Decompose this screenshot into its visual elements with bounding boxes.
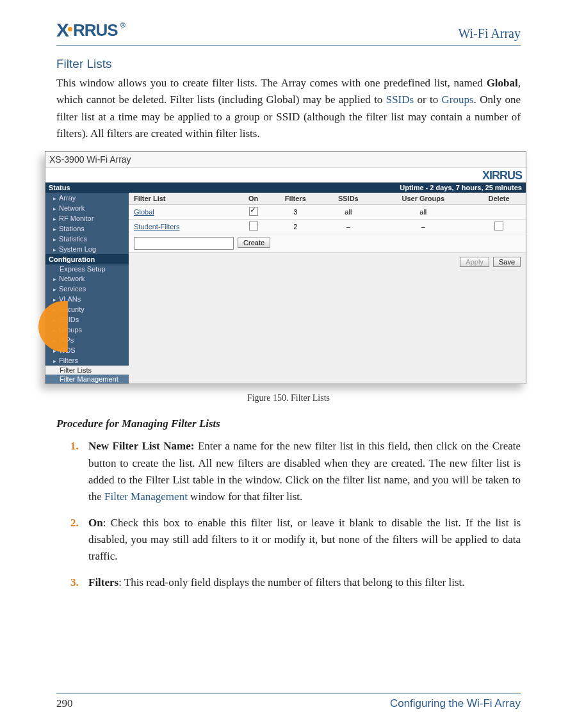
- window-title: XS-3900 Wi-Fi Array: [45, 152, 526, 167]
- cell-filters: 3: [268, 205, 322, 220]
- table-row: Global 3 all all: [129, 205, 526, 220]
- sidebar-item-system-log[interactable]: System Log: [45, 244, 129, 254]
- page-tab-marker: [38, 301, 68, 352]
- th-on: On: [238, 193, 269, 205]
- th-filters: Filters: [268, 193, 322, 205]
- filter-lists-screenshot: XS-3900 Wi-Fi Array XIRRUS Status Array …: [45, 151, 526, 384]
- sidebar-item-express-setup[interactable]: Express Setup: [45, 264, 129, 273]
- sidebar-config-header: Configuration: [45, 254, 129, 264]
- filter-list-link-student[interactable]: Student-Filters: [134, 223, 180, 231]
- cell-groups: –: [375, 220, 473, 234]
- sidebar-item-services[interactable]: Services: [45, 284, 129, 294]
- figure-caption: Figure 150. Filter Lists: [56, 393, 521, 403]
- sidebar-sub-filter-management[interactable]: Filter Management: [45, 375, 129, 384]
- page-header: XRRUS® Wi-Fi Array: [56, 19, 521, 45]
- screenshot-brand-logo: XIRRUS: [482, 169, 522, 182]
- create-button[interactable]: Create: [238, 238, 270, 248]
- step-2: 2. On: Check this box to enable this fil…: [70, 515, 521, 565]
- sidebar-sub-filter-lists[interactable]: Filter Lists: [45, 366, 129, 375]
- cell-ssids: all: [322, 205, 374, 220]
- cell-groups: all: [375, 205, 473, 220]
- sidebar-status-header: Status: [45, 182, 129, 193]
- footer-title: Configuring the Wi-Fi Array: [390, 697, 521, 710]
- cell-delete: [472, 205, 526, 220]
- sidebar-item-network2[interactable]: Network: [45, 273, 129, 284]
- table-row: Student-Filters 2 – –: [129, 220, 526, 234]
- sidebar-item-statistics[interactable]: Statistics: [45, 234, 129, 244]
- th-delete: Delete: [472, 193, 526, 205]
- new-filter-list-input[interactable]: [134, 237, 234, 250]
- page-footer: 290 Configuring the Wi-Fi Array: [56, 693, 521, 710]
- step-number: 2.: [70, 515, 88, 565]
- th-filter-list: Filter List: [129, 193, 238, 205]
- th-ssids: SSIDs: [322, 193, 374, 205]
- save-button[interactable]: Save: [493, 257, 521, 267]
- page-number: 290: [56, 697, 73, 710]
- step-1: 1. New Filter List Name: Enter a name fo…: [70, 438, 521, 505]
- sidebar: Status Array Network RF Monitor Stations…: [45, 182, 129, 384]
- delete-checkbox[interactable]: [494, 222, 503, 231]
- cell-filters: 2: [268, 220, 322, 234]
- procedure-heading: Procedure for Managing Filter Lists: [56, 417, 521, 430]
- ssids-link[interactable]: SSIDs: [386, 93, 414, 106]
- filter-list-link-global[interactable]: Global: [134, 208, 154, 216]
- groups-link[interactable]: Groups: [442, 93, 474, 106]
- step-number: 3.: [70, 574, 88, 591]
- filter-management-link[interactable]: Filter Management: [104, 490, 188, 503]
- filter-list-table: Filter List On Filters SSIDs User Groups…: [129, 193, 526, 234]
- sidebar-item-network[interactable]: Network: [45, 203, 129, 213]
- sidebar-item-filters[interactable]: Filters: [45, 355, 129, 366]
- step-3: 3. Filters: This read-only field display…: [70, 574, 521, 591]
- intro-paragraph: This window allows you to create filter …: [56, 75, 521, 142]
- sidebar-item-rf-monitor[interactable]: RF Monitor: [45, 213, 129, 223]
- sidebar-item-array[interactable]: Array: [45, 193, 129, 203]
- cell-ssids: –: [322, 220, 374, 234]
- uptime-text: Uptime - 2 days, 7 hours, 25 minutes: [129, 182, 526, 193]
- on-checkbox[interactable]: [249, 222, 258, 231]
- th-user-groups: User Groups: [375, 193, 473, 205]
- section-title: Filter Lists: [56, 57, 521, 71]
- step-number: 1.: [70, 438, 88, 505]
- on-checkbox[interactable]: [249, 207, 258, 216]
- sidebar-item-stations[interactable]: Stations: [45, 223, 129, 234]
- brand-logo: XRRUS®: [56, 19, 124, 41]
- header-title: Wi-Fi Array: [458, 26, 521, 41]
- apply-button[interactable]: Apply: [460, 257, 489, 267]
